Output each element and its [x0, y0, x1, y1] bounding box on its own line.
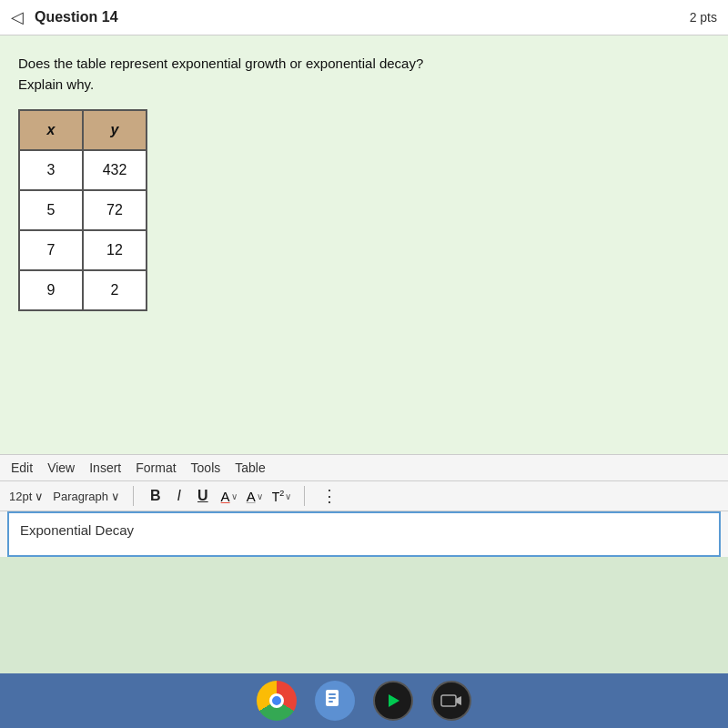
paragraph-arrow: ∨	[111, 490, 120, 503]
cell-y2: 72	[83, 190, 147, 230]
cell-x3: 7	[19, 230, 83, 270]
col-header-x: x	[19, 110, 83, 150]
back-arrow[interactable]: ◁	[11, 7, 24, 27]
formatting-bar: 12pt ∨ Paragraph ∨ B I U A ∨ A ∨ T2 ∨ ⋮	[0, 481, 728, 511]
chrome-inner-circle	[269, 693, 284, 708]
svg-rect-3	[329, 701, 333, 703]
col-header-y: y	[83, 110, 147, 150]
menu-edit[interactable]: Edit	[11, 460, 33, 475]
pts-label: 2 pts	[690, 10, 717, 25]
cell-x1: 3	[19, 150, 83, 190]
question-text: Does the table represent exponential gro…	[18, 54, 710, 95]
camera-icon[interactable]	[431, 681, 471, 721]
paragraph-label: Paragraph	[53, 490, 108, 503]
question-label: Question 14	[35, 9, 118, 25]
font-size-arrow: ∨	[35, 490, 44, 503]
play-icon[interactable]	[373, 681, 413, 721]
svg-rect-1	[329, 693, 336, 695]
data-table: x y 3 432 5 72 7 12 9 2	[18, 109, 147, 311]
camera-svg	[440, 692, 462, 710]
menu-view[interactable]: View	[47, 460, 75, 475]
svg-marker-6	[456, 696, 461, 705]
table-row: 7 12	[19, 230, 147, 270]
svg-rect-2	[329, 697, 336, 699]
toolbar-separator-2	[304, 486, 305, 506]
cell-y4: 2	[83, 270, 147, 310]
cell-y3: 12	[83, 230, 147, 270]
text-color-label: A	[221, 489, 230, 504]
text-color-arrow: ∨	[231, 491, 238, 501]
svg-marker-4	[389, 694, 399, 707]
italic-button[interactable]: I	[174, 486, 185, 506]
menu-format[interactable]: Format	[136, 460, 176, 475]
play-svg	[384, 692, 402, 710]
svg-rect-5	[441, 695, 456, 706]
highlight-label: A	[247, 489, 256, 504]
text-color-button[interactable]: A ∨	[221, 489, 238, 504]
answer-text: Exponential Decay	[20, 522, 134, 538]
menu-table[interactable]: Table	[235, 460, 265, 475]
taskbar	[0, 673, 728, 728]
superscript-arrow: ∨	[285, 491, 291, 501]
paragraph-select[interactable]: Paragraph ∨	[53, 490, 120, 503]
underline-button[interactable]: U	[194, 486, 212, 506]
top-bar: ◁ Question 14 2 pts	[0, 0, 728, 35]
more-options-button[interactable]: ⋮	[321, 486, 338, 506]
highlight-arrow: ∨	[257, 491, 263, 501]
menu-bar: Edit View Insert Format Tools Table	[0, 455, 728, 481]
chrome-icon[interactable]	[257, 681, 297, 721]
table-row: 3 432	[19, 150, 147, 190]
font-size-select[interactable]: 12pt ∨	[9, 490, 44, 503]
font-size-label: 12pt	[9, 490, 32, 503]
cell-x2: 5	[19, 190, 83, 230]
answer-box[interactable]: Exponential Decay	[7, 511, 721, 557]
toolbar-separator-1	[133, 486, 134, 506]
table-row: 9 2	[19, 270, 147, 310]
question-line2: Explain why.	[18, 76, 94, 92]
bold-button[interactable]: B	[147, 486, 165, 506]
question-line1: Does the table represent exponential gro…	[18, 56, 423, 71]
superscript-button[interactable]: T2 ∨	[272, 489, 292, 504]
cell-y1: 432	[83, 150, 147, 190]
menu-tools[interactable]: Tools	[191, 460, 221, 475]
files-svg	[324, 688, 346, 713]
highlight-button[interactable]: A ∨	[247, 489, 263, 504]
table-row: 5 72	[19, 190, 147, 230]
superscript-label: T2	[272, 489, 285, 504]
content-area: Does the table represent exponential gro…	[0, 35, 728, 454]
files-icon[interactable]	[315, 681, 355, 721]
cell-x4: 9	[19, 270, 83, 310]
menu-insert[interactable]: Insert	[89, 460, 121, 475]
toolbar-area: Edit View Insert Format Tools Table 12pt…	[0, 454, 728, 557]
